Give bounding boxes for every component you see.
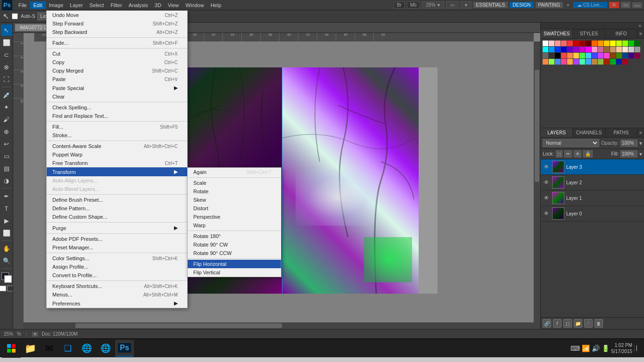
menu-keyboard-shortcuts[interactable]: Keyboard Shortcuts...Alt+Shift+Ctrl+K: [47, 282, 187, 290]
transform-submenu: AgainShift+Ctrl+T Scale Rotate Skew Dist…: [187, 167, 281, 277]
menu-puppet-warp[interactable]: Puppet Warp: [47, 150, 187, 159]
sep2: [47, 48, 187, 49]
submenu-rotate-180[interactable]: Rotate 180°: [188, 232, 281, 240]
menu-assign-profile[interactable]: Assign Profile...: [47, 263, 187, 271]
sep10: [47, 280, 187, 281]
menu-paste-special[interactable]: Paste Special▶: [47, 83, 187, 92]
menu-define-pattern[interactable]: Define Pattern...: [47, 204, 187, 213]
menu-copy[interactable]: CopyCtrl+C: [47, 58, 187, 66]
menu-content-aware-scale[interactable]: Content-Aware ScaleAlt+Shift+Ctrl+C: [47, 142, 187, 150]
menu-cut[interactable]: CutCtrl+X: [47, 49, 187, 58]
menu-auto-blend[interactable]: Auto-Blend Layers...: [47, 185, 187, 193]
submenu-sep2: [188, 230, 281, 231]
menu-define-brush[interactable]: Define Brush Preset...: [47, 196, 187, 204]
menu-color-settings[interactable]: Color Settings...Shift+Ctrl+K: [47, 254, 187, 263]
menu-pdf-presets[interactable]: Adobe PDF Presets...: [47, 235, 187, 243]
menu-clear[interactable]: Clear: [47, 92, 187, 101]
submenu-warp[interactable]: Warp: [188, 221, 281, 230]
submenu-rotate[interactable]: Rotate: [188, 187, 281, 196]
menu-preferences[interactable]: Preferences▶: [47, 299, 187, 308]
submenu-flip-horizontal[interactable]: Flip Horizontal: [188, 260, 281, 268]
dropdown-overlay: Undo MoveCtrl+Z Step ForwardShift+Ctrl+Z…: [0, 0, 644, 362]
menu-paste[interactable]: PasteCtrl+V: [47, 75, 187, 83]
submenu-flip-vertical[interactable]: Flip Vertical: [188, 268, 281, 277]
sep4: [47, 121, 187, 122]
submenu-sep3: [188, 258, 281, 259]
menu-preset-manager[interactable]: Preset Manager...: [47, 243, 187, 252]
menu-stroke[interactable]: Stroke...: [47, 131, 187, 140]
submenu-rotate-90cw[interactable]: Rotate 90° CW: [188, 240, 281, 249]
menu-undo-move[interactable]: Undo MoveCtrl+Z: [47, 11, 187, 19]
sep9: [47, 253, 187, 253]
edit-dropdown-menu: Undo MoveCtrl+Z Step ForwardShift+Ctrl+Z…: [46, 10, 188, 308]
menu-define-custom-shape[interactable]: Define Custom Shape...: [47, 213, 187, 221]
menu-fade[interactable]: Fade...Shift+Ctrl+F: [47, 39, 187, 47]
sep8: [47, 233, 187, 234]
sep3: [47, 102, 187, 102]
menu-step-backward[interactable]: Step BackwardAlt+Ctrl+Z: [47, 28, 187, 36]
menu-fill[interactable]: Fill...Shift+F5: [47, 123, 187, 131]
menu-menus[interactable]: Menus...Alt+Shift+Ctrl+M: [47, 290, 187, 299]
submenu-distort[interactable]: Distort: [188, 204, 281, 213]
menu-purge[interactable]: Purge▶: [47, 223, 187, 232]
menu-step-forward[interactable]: Step ForwardShift+Ctrl+Z: [47, 19, 187, 28]
menu-copy-merged[interactable]: Copy MergedShift+Ctrl+C: [47, 66, 187, 75]
submenu-scale[interactable]: Scale: [188, 179, 281, 187]
submenu-perspective[interactable]: Perspective: [188, 213, 281, 221]
sep5: [47, 140, 187, 141]
menu-transform[interactable]: Transform▶ AgainShift+Ctrl+T Scale Rotat…: [47, 167, 187, 176]
menu-convert-profile[interactable]: Convert to Profile...: [47, 271, 187, 280]
menu-find-replace[interactable]: Find and Replace Text...: [47, 112, 187, 120]
sep7: [47, 222, 187, 222]
menu-auto-align[interactable]: Auto-Align Layers...: [47, 176, 187, 185]
submenu-skew[interactable]: Skew: [188, 196, 281, 204]
submenu-again[interactable]: AgainShift+Ctrl+T: [188, 168, 281, 176]
sep1: [47, 37, 187, 38]
submenu-sep1: [188, 177, 281, 178]
menu-check-spelling[interactable]: Check Spelling...: [47, 103, 187, 112]
submenu-rotate-90ccw[interactable]: Rotate 90° CCW: [188, 249, 281, 257]
sep6: [47, 194, 187, 195]
menu-free-transform[interactable]: Free TransformCtrl+T: [47, 159, 187, 167]
